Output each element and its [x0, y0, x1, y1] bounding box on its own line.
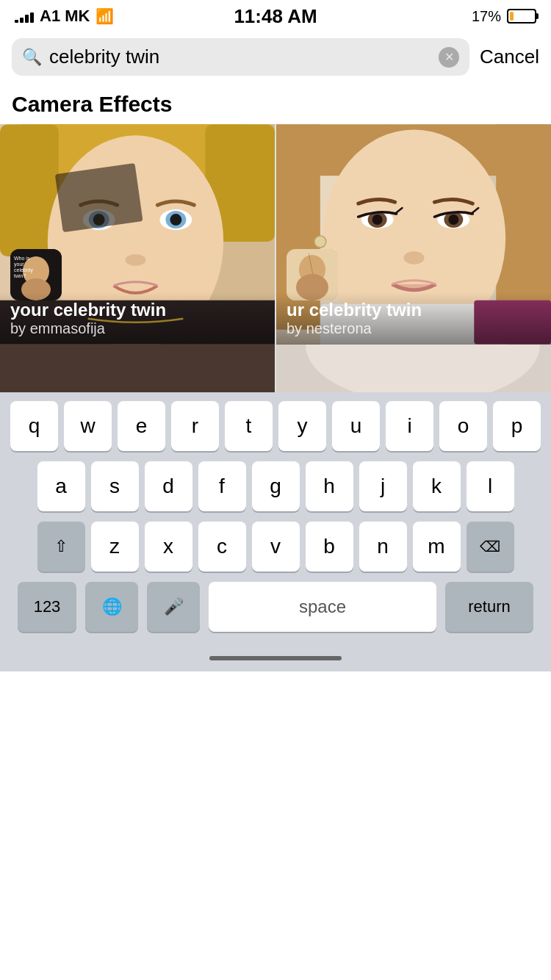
battery-percentage: 17%	[472, 8, 501, 25]
key-m[interactable]: m	[413, 522, 461, 572]
keyboard: q w e r t y u i o p a s d f g h j k l ⇧ …	[0, 392, 551, 645]
key-q[interactable]: q	[10, 401, 58, 451]
search-icon: 🔍	[22, 48, 42, 67]
key-r[interactable]: r	[171, 401, 219, 451]
bottom-card-left[interactable]	[0, 345, 275, 392]
bottom-row	[0, 345, 551, 392]
effect-card-1[interactable]: Who is your celebrity twin? your celebri…	[0, 124, 275, 345]
keyboard-row-2: a s d f g h j k l	[4, 461, 547, 511]
section-title: Camera Effects	[0, 82, 551, 124]
battery-icon	[507, 9, 536, 24]
search-bar: 🔍 ✕ Cancel	[0, 32, 551, 82]
svg-rect-30	[496, 124, 551, 314]
keyboard-row-4: 123 🌐 🎤 space return	[4, 582, 547, 632]
key-g[interactable]: g	[252, 461, 300, 511]
svg-text:your: your	[14, 262, 24, 267]
wifi-icon: 📶	[96, 7, 114, 25]
effect-title-1: your celebrity twin	[10, 300, 264, 320]
search-input[interactable]	[49, 46, 431, 68]
delete-key[interactable]: ⌫	[467, 522, 514, 572]
key-l[interactable]: l	[467, 461, 514, 511]
cancel-button[interactable]: Cancel	[480, 46, 539, 68]
effect-author-2: by nesterona	[287, 320, 541, 337]
emoji-key[interactable]: 🌐	[85, 582, 138, 632]
svg-text:twin?: twin?	[14, 273, 26, 278]
effect-card-2[interactable]: ur celebrity twin by nesterona	[276, 124, 551, 345]
svg-rect-15	[55, 163, 143, 232]
effect-title-2: ur celebrity twin	[287, 300, 541, 320]
effect-author-1: by emmasofija	[10, 320, 264, 337]
keyboard-row-3: ⇧ z x c v b n m ⌫	[4, 522, 547, 572]
home-indicator[interactable]	[209, 656, 342, 660]
signal-icon	[15, 10, 34, 23]
bottom-card-right[interactable]	[276, 345, 551, 392]
key-k[interactable]: k	[413, 461, 461, 511]
key-f[interactable]: f	[198, 461, 246, 511]
key-i[interactable]: i	[386, 401, 433, 451]
battery-fill	[510, 12, 514, 21]
key-a[interactable]: a	[37, 461, 85, 511]
svg-point-14	[126, 254, 146, 266]
search-input-wrapper[interactable]: 🔍 ✕	[12, 38, 469, 76]
effects-grid: Who is your celebrity twin? your celebri…	[0, 124, 551, 345]
status-right: 17%	[472, 8, 536, 25]
key-j[interactable]: j	[359, 461, 407, 511]
key-v[interactable]: v	[252, 522, 300, 572]
carrier-label: A1 MK	[40, 7, 90, 26]
key-n[interactable]: n	[359, 522, 407, 572]
effect-overlay-1: your celebrity twin by emmasofija	[0, 292, 275, 345]
svg-point-34	[372, 215, 383, 225]
svg-point-37	[448, 215, 458, 225]
svg-text:Who is: Who is	[14, 256, 30, 261]
key-z[interactable]: z	[91, 522, 139, 572]
numbers-key[interactable]: 123	[18, 582, 76, 632]
clear-button[interactable]: ✕	[439, 47, 459, 68]
keyboard-row-1: q w e r t y u i o p	[4, 401, 547, 451]
key-d[interactable]: d	[145, 461, 192, 511]
svg-point-38	[404, 251, 425, 264]
status-bar: A1 MK 📶 11:48 AM 17%	[0, 0, 551, 32]
space-key[interactable]: space	[209, 582, 436, 632]
svg-point-47	[306, 345, 540, 392]
key-x[interactable]: x	[145, 522, 192, 572]
shift-key[interactable]: ⇧	[37, 522, 85, 572]
key-u[interactable]: u	[332, 401, 380, 451]
mic-key[interactable]: 🎤	[147, 582, 200, 632]
key-t[interactable]: t	[225, 401, 273, 451]
status-left: A1 MK 📶	[15, 7, 114, 26]
svg-point-13	[170, 214, 181, 226]
bottom-bar	[0, 645, 551, 671]
return-key[interactable]: return	[445, 582, 533, 632]
effect-overlay-2: ur celebrity twin by nesterona	[276, 292, 551, 345]
key-p[interactable]: p	[493, 401, 541, 451]
key-y[interactable]: y	[278, 401, 326, 451]
key-h[interactable]: h	[306, 461, 353, 511]
key-o[interactable]: o	[439, 401, 487, 451]
key-b[interactable]: b	[306, 522, 353, 572]
key-e[interactable]: e	[118, 401, 165, 451]
svg-point-39	[314, 236, 326, 248]
svg-text:celebrity: celebrity	[14, 267, 34, 273]
time-display: 11:48 AM	[234, 5, 317, 28]
key-c[interactable]: c	[198, 522, 246, 572]
key-w[interactable]: w	[64, 401, 112, 451]
key-s[interactable]: s	[91, 461, 139, 511]
